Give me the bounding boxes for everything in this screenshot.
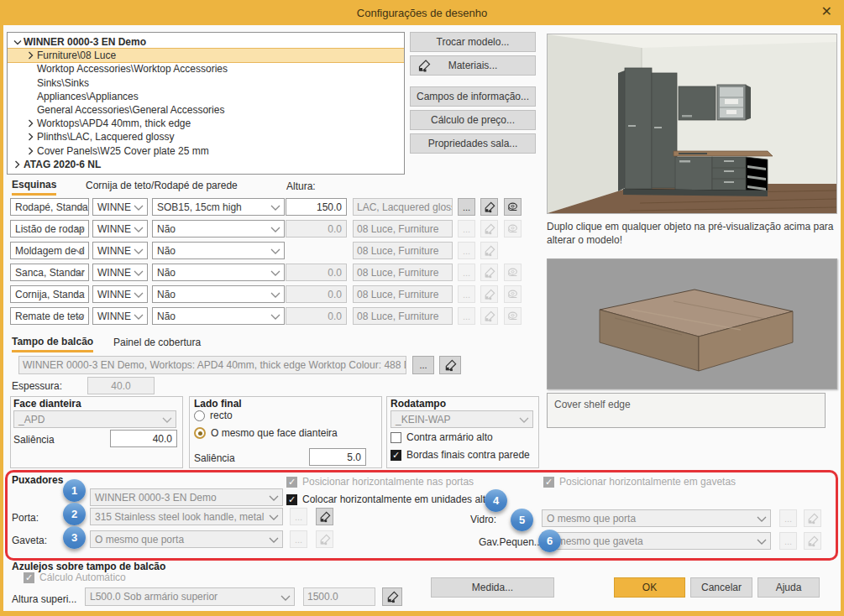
esquina-material-field: 08 Luce, Furniture [353, 264, 453, 281]
esquina-browse-button: ... [458, 264, 475, 281]
tree-item[interactable]: General Accessories\General Accessories [8, 103, 404, 117]
tree-item[interactable]: Sinks\Sinks [8, 76, 404, 90]
material-icon [484, 289, 495, 300]
checkbox-bordas-finais[interactable]: Bordas finais contra parede [391, 449, 530, 461]
tree-item[interactable]: Worktops\APD4 40mm, thick edge [8, 117, 404, 130]
esquina-perfil-dropdown[interactable]: Não [152, 220, 285, 238]
tree-item[interactable]: ATAG 2020-6 NL [8, 158, 404, 171]
vidro-dropdown[interactable]: O mesmo que porta [542, 509, 771, 527]
tree-item[interactable]: Worktop Accessories\Worktop Accessories [8, 62, 404, 76]
esquina-modelo-dropdown[interactable]: WINNE [92, 307, 148, 325]
chevron-down-icon [269, 495, 279, 501]
chevron-down-icon [75, 205, 85, 211]
lado-saliencia-field[interactable]: 5.0 [309, 448, 366, 466]
checkbox-colocar-altas[interactable]: Colocar horizontalmente em unidades alta… [286, 493, 496, 505]
chevron-down-icon [134, 227, 144, 232]
info-fields-button[interactable]: Campos de informação... [410, 86, 536, 107]
tab-esquinas[interactable]: Esquinas [12, 179, 56, 196]
worktop-browse-button[interactable]: ... [412, 356, 434, 374]
materials-button[interactable]: Materiais... [410, 55, 536, 76]
help-button[interactable]: Ajuda [758, 577, 820, 598]
esquina-measure-button [504, 220, 522, 238]
esquina-measure-button[interactable] [504, 198, 522, 216]
esquina-perfil-dropdown[interactable]: Não [152, 285, 285, 303]
esquina-browse-button[interactable]: ... [458, 198, 475, 216]
chevron-right-icon[interactable] [11, 160, 24, 169]
esquina-tipo-dropdown[interactable]: Listão de rodap [10, 220, 89, 238]
tree-item[interactable]: WINNER 0000-3 EN Demo [8, 35, 404, 49]
gav-pequen-dropdown[interactable]: O mesmo que gaveta [542, 532, 771, 550]
esquina-modelo-dropdown[interactable]: WINNE [92, 285, 148, 303]
checkbox-contra-armario[interactable]: Contra armário alto [391, 431, 493, 443]
ok-button[interactable]: OK [614, 577, 685, 598]
tree-item[interactable]: Furniture\08 Luce [8, 49, 404, 62]
medida-button[interactable]: Medida... [431, 577, 554, 598]
esquina-modelo-dropdown[interactable]: WINNE [92, 220, 148, 238]
radio-mesmo-face[interactable]: O mesmo que face dianteira [194, 427, 338, 439]
esquina-modelo-dropdown[interactable]: WINNE [92, 198, 148, 216]
close-icon[interactable]: ✕ [821, 4, 832, 19]
chevron-down-icon [162, 417, 172, 423]
tree-item-label: ATAG 2020-6 NL [24, 159, 101, 170]
chevron-right-icon[interactable] [24, 119, 37, 128]
face-saliencia-field[interactable]: 40.0 [110, 430, 177, 447]
chevron-right-icon[interactable] [24, 147, 37, 155]
esquina-altura-field[interactable]: 150.0 [286, 198, 347, 216]
esquina-tipo-dropdown[interactable]: Moldagem de d [10, 242, 89, 259]
esquina-perfil-dropdown[interactable]: Não [152, 264, 285, 281]
change-model-button[interactable]: Trocar modelo... [410, 32, 536, 52]
esquina-browse-button: ... [458, 220, 475, 238]
tab-tampo-balcao[interactable]: Tampo de balcão [12, 336, 93, 352]
tree-item-label: WINNER 0000-3 EN Demo [24, 36, 146, 48]
chevron-down-icon [269, 537, 279, 543]
checkbox-calculo-automatico: Cálculo Automático [24, 572, 126, 583]
drawing-settings-dialog: Configurações de desenho ✕ WINNER 0000-3… [0, 0, 844, 616]
esquina-material-button [480, 242, 498, 259]
chevron-right-icon[interactable] [24, 51, 37, 60]
esquina-perfil-dropdown[interactable]: SOB15, 15cm high [152, 198, 285, 216]
altura-superior-label: Altura superi... [12, 593, 76, 605]
room-properties-button[interactable]: Propriedades sala... [410, 133, 536, 154]
esquina-modelo-dropdown[interactable]: WINNE [92, 242, 148, 259]
porta-material-button[interactable] [316, 508, 333, 525]
chevron-down-icon[interactable] [11, 39, 24, 45]
esquina-altura-field: 0.0 [286, 307, 347, 325]
gaveta-dropdown[interactable]: O mesmo que porta [90, 530, 283, 548]
checkbox-posicionar-gavetas: Posicionar horizontalmente em gavetas [543, 476, 736, 488]
esquina-perfil-dropdown[interactable]: Não [152, 307, 285, 325]
esquina-tipo-dropdown[interactable]: Remate de teto [10, 307, 89, 325]
esquina-tipo-dropdown[interactable]: Sanca, Standar [10, 264, 89, 281]
checkbox-posicionar-portas: Posicionar horizontalmente nas portas [286, 476, 474, 488]
worktop-preview-image[interactable] [547, 258, 837, 389]
esquina-material-button [480, 264, 498, 281]
tree-item-label: General Accessories\General Accessories [37, 104, 224, 116]
espessura-field: 40.0 [87, 377, 155, 394]
porta-dropdown[interactable]: 315 Stainless steel look handle, metal [90, 508, 283, 525]
gaveta-browse-button: ... [290, 530, 307, 548]
esquina-material-button[interactable] [480, 198, 498, 216]
annotation-badge-5: 5 [511, 509, 533, 531]
gav-pequen-browse-button: ... [779, 532, 797, 550]
esquina-perfil-dropdown[interactable]: Não [152, 242, 285, 259]
tab-cornija[interactable]: Cornija de teto/Rodapé de parede [86, 180, 238, 191]
kitchen-preview-image[interactable] [547, 34, 837, 214]
altura-superior-dropdown[interactable]: L500.0 Sob armário superior [85, 587, 295, 606]
tree-item[interactable]: Cover Panels\W25 Cover plate 25 mm [8, 144, 404, 158]
price-calc-button[interactable]: Cálculo de preço... [410, 110, 536, 130]
radio-recto[interactable]: recto [194, 410, 233, 421]
radio-selected-icon [194, 427, 206, 439]
esquina-tipo-dropdown[interactable]: Cornija, Standa [10, 285, 89, 303]
esquina-tipo-dropdown[interactable]: Rodapé, Standa [10, 198, 89, 216]
azulejos-material-button[interactable] [382, 587, 402, 606]
annotation-badge-4: 4 [485, 489, 507, 512]
chevron-down-icon [519, 417, 529, 423]
worktop-material-button[interactable] [439, 356, 461, 374]
tab-painel-cobertura[interactable]: Painel de cobertura [113, 337, 201, 348]
tree-item[interactable]: Appliances\Appliances [8, 90, 404, 103]
esquina-modelo-dropdown[interactable]: WINNE [92, 264, 148, 281]
chevron-right-icon[interactable] [24, 133, 37, 141]
chevron-down-icon [75, 227, 85, 232]
puxadores-model-dropdown[interactable]: WINNER 0000-3 EN Demo [90, 488, 283, 506]
tree-item[interactable]: Plinths\LAC, Lacquered glossy [8, 130, 404, 144]
cancel-button[interactable]: Cancelar [690, 577, 752, 598]
